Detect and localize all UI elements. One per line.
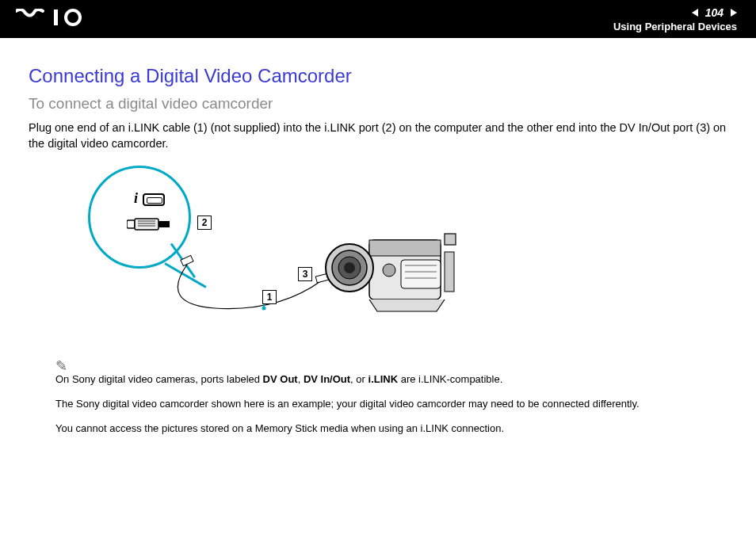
svg-rect-19: [401, 260, 441, 288]
svg-rect-2: [127, 220, 135, 228]
connection-diagram: i: [60, 166, 536, 340]
svg-rect-7: [158, 221, 170, 227]
callout-number-2: 2: [197, 216, 212, 230]
svg-point-24: [383, 264, 395, 277]
note-line-3: You cannot access the pictures stored on…: [55, 422, 727, 436]
prev-page-arrow-icon[interactable]: [692, 9, 698, 17]
svg-rect-13: [369, 240, 441, 256]
svg-point-17: [344, 262, 355, 273]
page-subtitle: To connect a digital video camcorder: [29, 95, 727, 113]
svg-point-1: [66, 10, 80, 25]
callout-number-3: 3: [298, 267, 312, 281]
svg-rect-23: [445, 252, 454, 292]
page-content: Connecting a Digital Video Camcorder To …: [0, 38, 756, 436]
note-bold: i.LINK: [368, 373, 399, 385]
notes-section: ✎ On Sony digital video cameras, ports l…: [55, 356, 727, 436]
note-line-1: On Sony digital video cameras, ports lab…: [55, 373, 727, 387]
page-title: Connecting a Digital Video Camcorder: [29, 65, 727, 87]
note-text: On Sony digital video cameras, ports lab…: [55, 373, 263, 385]
note-line-2: The Sony digital video camcorder shown h…: [55, 398, 727, 411]
svg-rect-0: [54, 10, 58, 25]
vaio-logo: [16, 9, 92, 29]
note-text: are i.LINK-compatible.: [398, 373, 502, 385]
note-bold: DV Out: [263, 373, 298, 385]
note-text: , or: [350, 373, 368, 385]
note-text: ,: [298, 373, 304, 385]
page-header: 104 Using Peripheral Devices: [0, 0, 756, 38]
next-page-arrow-icon[interactable]: [731, 9, 737, 17]
instruction-text: Plug one end of an i.LINK cable (1) (not…: [29, 120, 727, 151]
header-right: 104 Using Peripheral Devices: [613, 6, 737, 32]
svg-rect-18: [445, 234, 456, 245]
page-number: 104: [703, 6, 726, 19]
svg-rect-3: [135, 219, 158, 230]
svg-rect-8: [181, 256, 193, 266]
callout-number-1: 1: [262, 290, 277, 304]
camcorder-icon: [322, 216, 464, 319]
section-title: Using Peripheral Devices: [613, 21, 737, 32]
page-navigator: 104: [692, 6, 737, 19]
note-pencil-icon: ✎: [55, 357, 67, 375]
note-bold: DV In/Out: [304, 373, 350, 385]
ilink-port-icon: i: [134, 190, 165, 207]
